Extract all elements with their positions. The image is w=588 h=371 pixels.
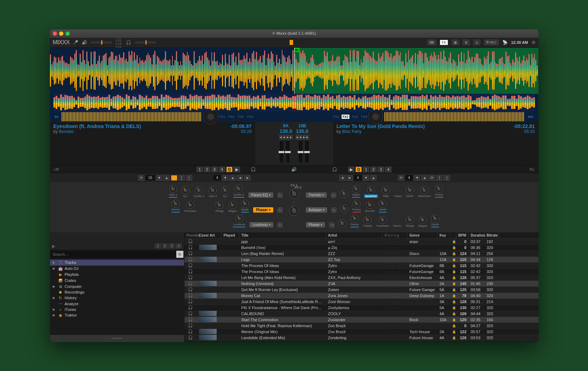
knob-depth[interactable] [431, 215, 439, 222]
track-row[interactable]: 🎧Got Me ft Ronnie Ley [Exclusive]Zotem· … [184, 287, 538, 293]
deck2-key[interactable]: 10B [296, 123, 309, 128]
deck1-pitch-fader[interactable] [280, 141, 283, 162]
mic-icon[interactable]: 🎤 [73, 40, 78, 45]
knob-center 2[interactable] [235, 185, 242, 193]
preview-tab-3[interactable]: 3 [169, 243, 175, 249]
col-genre[interactable]: Genre [407, 232, 438, 238]
knob-waveform[interactable] [421, 186, 428, 194]
knob-width[interactable] [406, 186, 414, 194]
deck2-quantize-button[interactable]: Q [355, 167, 362, 172]
deck2-jog-wheel[interactable] [368, 109, 383, 124]
fx-assign-FX1[interactable]: FX1 [218, 115, 226, 119]
tree-item-tracks[interactable]: ▶🎵Tracks [50, 260, 184, 266]
deck2-fx-assign[interactable]: FX1FX2FX3FX4 [332, 115, 368, 119]
deck1-bpm[interactable]: 130.0 [279, 128, 293, 134]
deck2-next-button[interactable]: ►► [303, 135, 309, 140]
preview-tab-1[interactable]: 1 [155, 243, 161, 249]
fx1-super-knob[interactable] [289, 189, 299, 199]
knob-rate[interactable] [382, 186, 390, 194]
deck2-bpm[interactable]: 130.0 [296, 128, 309, 134]
rec-button[interactable]: REC [484, 40, 499, 45]
preview-tab-4[interactable]: 4 [176, 243, 182, 249]
knob-feedback[interactable] [186, 201, 194, 209]
col-title[interactable]: Title [239, 232, 326, 238]
fx-select[interactable]: Tremolo [306, 192, 327, 198]
fx-assign-FX3[interactable]: FX3 [237, 115, 245, 119]
knob-q 1[interactable] [182, 186, 189, 194]
deck2-loop-size[interactable]: 4 [405, 175, 413, 180]
preview-deck[interactable]: ▶ 1234 [50, 232, 184, 250]
col-cover[interactable]: Cover Art [197, 232, 222, 238]
track-row[interactable]: 🎧LegsZZ Top· · · · ·12A🔒12504:34128 [184, 257, 538, 263]
deck2-volume-fader[interactable] [299, 141, 302, 162]
tree-item-history[interactable]: ▶↻History [50, 295, 184, 301]
fx-select[interactable]: Loudness [250, 222, 273, 227]
main-waveform[interactable]: IN [50, 48, 538, 94]
deck2-loop-icon[interactable]: ⟳ [398, 175, 404, 181]
fx-assign-FX4[interactable]: FX4 [360, 115, 369, 119]
fx-power[interactable]: ⏻ [329, 222, 334, 227]
track-row[interactable]: 🎧Lion (Bag Raider Remix)ZZZ· · · · ·Disc… [184, 251, 538, 257]
table-header[interactable]: Preview Cover Art Played Title Artist Ra… [184, 232, 538, 239]
knob-phase[interactable] [435, 185, 443, 193]
deck2-fx-down[interactable]: ▼ [363, 175, 369, 181]
knob-period[interactable] [172, 200, 179, 208]
track-row[interactable]: 🎧The Process Of IdeasZytro· · · · ·Futur… [184, 269, 538, 275]
col-bpm[interactable]: BPM [456, 232, 469, 238]
track-row[interactable]: 🎧Landslide (Extended Mix)Zonderling· · ·… [184, 335, 538, 341]
deck1-keylock-icon[interactable]: ♪⟳ [53, 167, 59, 172]
deck2-play-button[interactable]: ▶ [348, 167, 354, 172]
deck1-next-button[interactable]: ►► [286, 135, 293, 140]
deck1-loop-in[interactable]: [ [178, 175, 185, 181]
track-row[interactable]: 🎧pppшггг· · · · ·anpo🔒003:37192 [184, 239, 538, 245]
deck2-fx-beats[interactable]: 4 [354, 175, 362, 180]
deck1-key[interactable]: 9A [279, 123, 293, 128]
deck1-prev-button[interactable]: ◄◄ [279, 135, 286, 140]
fx-assign-FX2[interactable]: FX2 [227, 115, 235, 119]
crossfader-indicator[interactable] [270, 41, 313, 44]
col-key[interactable]: Key [438, 232, 450, 238]
knob-quantize[interactable] [367, 186, 375, 194]
tree-item-playlists[interactable]: ▶Playlists [50, 272, 184, 278]
deck1-cue-1[interactable]: 1 [196, 167, 203, 172]
deck1-volume-fader[interactable] [286, 141, 290, 162]
deck2-headphone-cue-icon[interactable]: 🎧 [332, 167, 337, 172]
tree-item-computer[interactable]: ▶🖥Computer [50, 284, 184, 289]
deck1-play-button[interactable]: ▶ [234, 167, 240, 172]
fx-select[interactable]: Phaser [253, 207, 273, 213]
fx-select[interactable]: Param EQ [249, 192, 273, 198]
deck2-fx-up[interactable]: ▲ [370, 175, 377, 181]
track-row[interactable]: 🎧Bumshit (Vox)μ-Ziq· · · · ·🔒006:36320 [184, 245, 538, 251]
fx-toggle-button[interactable]: FX [440, 40, 448, 45]
deck2-cue-1[interactable]: 1 [363, 167, 369, 172]
deck1-headphone-cue-icon[interactable]: 🎧 [251, 167, 256, 172]
deck2-fx-next[interactable]: ► [347, 175, 353, 181]
knob-gain 1[interactable] [169, 185, 177, 193]
fx2-super-knob[interactable] [289, 206, 299, 216]
settings-icon[interactable]: ⚙ [532, 40, 536, 45]
knob-period[interactable] [351, 215, 359, 222]
deck2-loop-down[interactable]: ▼ [414, 175, 420, 181]
preview-tab-2[interactable]: 2 [162, 243, 168, 249]
deck2-pitch-fader[interactable] [305, 141, 309, 162]
deck2-prev-button[interactable]: ◄◄ [296, 135, 302, 140]
layout-button[interactable]: ⊞ [463, 40, 470, 45]
knob-width[interactable] [379, 200, 387, 208]
col-played[interactable]: Played [222, 232, 239, 238]
fx-meta-knob[interactable] [341, 205, 348, 213]
deck1-quantize-button[interactable]: Q [226, 167, 233, 172]
maximize-window-button[interactable] [65, 31, 70, 36]
knob-triplets[interactable] [364, 216, 371, 224]
knob-period[interactable] [353, 200, 360, 208]
headphone-icon[interactable]: 🎧 [126, 40, 131, 45]
overview-waveform[interactable] [53, 94, 535, 111]
knob-range[interactable] [406, 216, 414, 224]
vinyl-button[interactable]: ◎ [473, 40, 480, 45]
deck2-cue-3[interactable]: 3 [378, 167, 384, 172]
deck2-fx-prev[interactable]: ◄ [339, 175, 346, 181]
deck1-loop-size[interactable]: 16 [145, 175, 155, 180]
search-clear-button[interactable]: ◷ [176, 251, 183, 258]
tree-item-itunes[interactable]: ▶♪iTunes [50, 307, 184, 312]
deck2-loop-in[interactable]: [ [436, 175, 443, 181]
deck1-loop-activate[interactable]: ⟳ [171, 175, 177, 181]
